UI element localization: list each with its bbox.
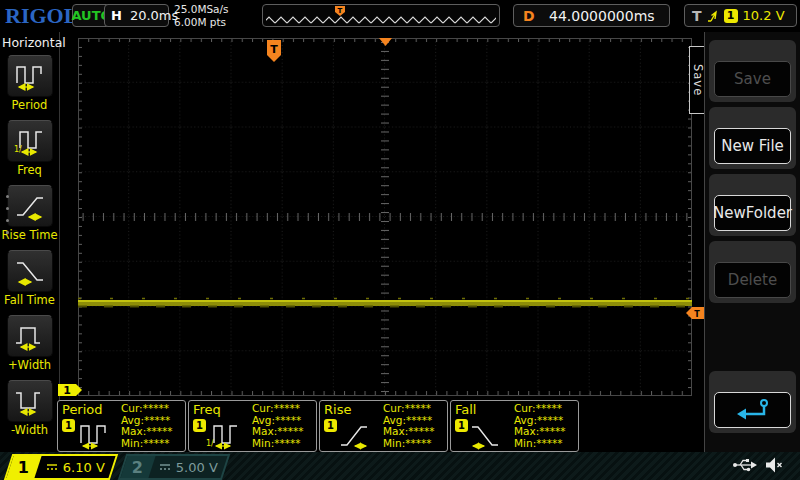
freq-icon: 1/: [204, 418, 248, 449]
new-folder-button[interactable]: NewFolder: [714, 195, 791, 231]
rise-time-icon: [335, 418, 379, 449]
waveform-preview: T: [262, 4, 500, 27]
bottom-channel-bar: 1 6.10 V 2 5.00 V: [0, 452, 800, 480]
menu-slot: [709, 371, 796, 433]
coupling-icon: [159, 462, 171, 472]
preview-wave: [266, 15, 496, 24]
timebase-value: 20.0ms: [130, 8, 178, 23]
svg-text:T: T: [270, 43, 278, 56]
sidebar-item-freq[interactable]: 1/ Freq: [1, 120, 59, 177]
preview-trigger-marker: T: [335, 6, 345, 16]
sidebar-item-period[interactable]: Period: [1, 55, 59, 112]
menu-slot: NewFolder: [709, 174, 796, 236]
fall-time-icon: [466, 418, 510, 449]
svg-text:T: T: [694, 310, 700, 319]
fall-time-icon: [13, 256, 47, 286]
delay-d-label: D: [523, 8, 535, 24]
negative-width-icon: [13, 386, 47, 416]
save-menu: Save New File NewFolder Delete: [704, 32, 800, 453]
acquisition-info: 25.0MSa/s 6.00M pts: [174, 3, 229, 29]
trigger-t-label: T: [692, 8, 702, 24]
return-arrow-icon: [734, 398, 772, 422]
trigger-slope-icon: [707, 8, 719, 23]
measurement-panel-rise: Rise 1 Cur:***** Avg:***** Max:***** Min…: [319, 400, 448, 452]
rigol-logo: RIGOL: [5, 3, 78, 29]
delay-value: 44.0000000ms: [549, 8, 655, 24]
center-horizontal-ticks: [78, 213, 692, 221]
memory-depth: 6.00M pts: [174, 16, 229, 29]
delete-button[interactable]: Delete: [714, 262, 791, 298]
svg-text:1/: 1/: [206, 439, 214, 448]
period-icon: [13, 61, 47, 91]
measure-sidebar: Horizontal Period 1/: [0, 32, 60, 452]
sidebar-item-nwidth[interactable]: -Width: [1, 380, 59, 437]
sidebar-item-pwidth[interactable]: +Width: [1, 315, 59, 372]
delay-box: D 44.0000000ms: [513, 4, 670, 27]
sample-rate: 25.0MSa/s: [174, 3, 229, 16]
horizontal-timebase-box: H 20.0ms: [104, 4, 169, 27]
sidebar-item-fall-time[interactable]: Fall Time: [1, 250, 59, 307]
trigger-level-value: 10.2 V: [743, 8, 785, 23]
svg-text:1/: 1/: [14, 145, 22, 154]
coupling-icon: [46, 462, 58, 472]
top-status-bar: RIGOL AUTO H 20.0ms 25.0MSa/s 6.00M pts …: [0, 0, 800, 32]
measurement-row: Period 1 Cur:***** Avg:***** Max:***** M…: [57, 400, 579, 452]
period-icon: [73, 418, 117, 449]
positive-width-icon: [13, 321, 47, 351]
menu-slot: Save: [709, 40, 796, 102]
measurement-panel-freq: Freq 1 1/ Cur:***** Avg:***** Max:***** …: [188, 400, 317, 452]
menu-slot: New File: [709, 107, 796, 169]
measurement-panel-period: Period 1 Cur:***** Avg:***** Max:***** M…: [57, 400, 186, 452]
menu-slot: Delete: [709, 241, 796, 303]
freq-icon: 1/: [13, 126, 47, 156]
sidebar-item-rise-time[interactable]: Rise Time: [1, 185, 59, 242]
channel2-chip[interactable]: 2 5.00 V: [118, 454, 230, 480]
channel1-number: 1: [18, 458, 29, 477]
save-menu-tab: Save: [689, 46, 705, 114]
graticule: T T 1: [78, 38, 692, 396]
channel2-number: 2: [132, 458, 143, 477]
sidebar-scroll-dots: [6, 195, 9, 243]
trigger-channel-badge: 1: [724, 9, 738, 23]
channel1-chip[interactable]: 1 6.10 V: [4, 454, 118, 480]
trigger-box: T 1 10.2 V: [684, 4, 797, 27]
timebase-h-label: H: [111, 8, 122, 23]
svg-text:T: T: [338, 7, 343, 15]
oscilloscope-screen: RIGOL AUTO H 20.0ms 25.0MSa/s 6.00M pts …: [0, 0, 800, 480]
sidebar-title: Horizontal: [0, 32, 59, 50]
channel2-scale: 5.00 V: [176, 460, 218, 475]
measurement-panel-fall: Fall 1 Cur:***** Avg:***** Max:***** Min…: [450, 400, 579, 452]
svg-text:1: 1: [63, 384, 71, 397]
speaker-muted-icon: [766, 456, 784, 474]
back-button[interactable]: [714, 392, 791, 428]
new-file-button[interactable]: New File: [714, 128, 791, 164]
channel1-scale: 6.10 V: [63, 460, 105, 475]
rise-time-icon: [13, 191, 47, 221]
save-button[interactable]: Save: [714, 61, 791, 97]
usb-icon: [732, 456, 758, 474]
